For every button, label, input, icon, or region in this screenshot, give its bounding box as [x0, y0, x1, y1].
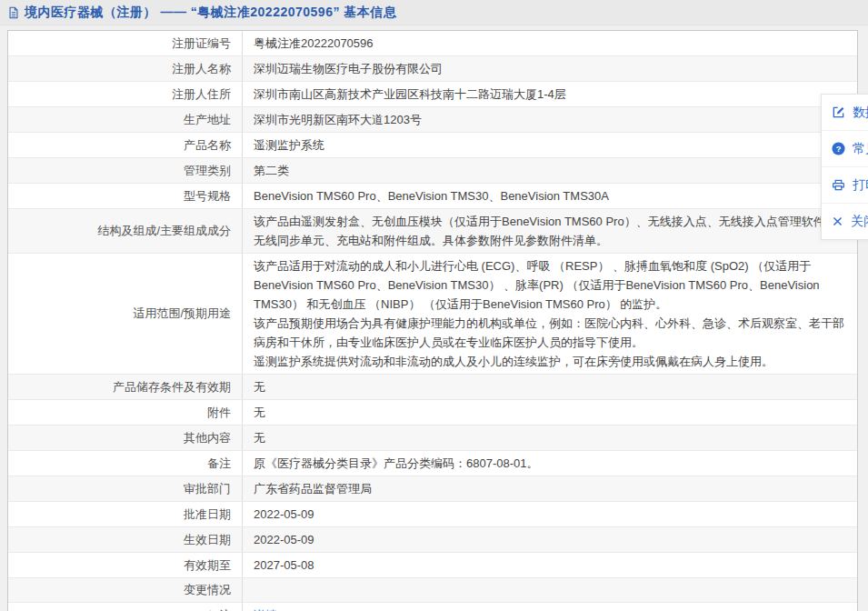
- row-value-text: 深圳市南山区高新技术产业园区科技南十二路迈瑞大厦1-4层: [254, 85, 566, 104]
- row-label-text: 审批部门: [184, 481, 231, 497]
- row-value: 深圳市南山区高新技术产业园区科技南十二路迈瑞大厦1-4层: [243, 82, 857, 106]
- row-label-text: 注册人住所: [172, 86, 231, 103]
- panel-item-label: 打印页面: [853, 177, 868, 194]
- row-label-text: 生产地址: [184, 112, 231, 128]
- row-value: 2022-05-09: [243, 527, 857, 552]
- row-label-text: 变更情况: [184, 582, 231, 598]
- row-label-text: 型号规格: [184, 188, 231, 205]
- row-value: 详情: [243, 603, 857, 611]
- row-value-text: 遥测监护系统: [254, 135, 324, 155]
- row-value: 2022-05-09: [243, 502, 857, 526]
- row-value-text: 第二类: [254, 161, 289, 180]
- row-label: 注册证编号: [8, 31, 243, 55]
- row-label-text: 注: [219, 607, 231, 611]
- panel-item-question[interactable]: ?常见问题: [822, 131, 868, 167]
- table-row: 生效日期2022-05-09: [8, 527, 857, 553]
- table-row: 其他内容无: [8, 426, 857, 451]
- row-label: 有效期至: [8, 553, 243, 577]
- row-label: 结构及组成/主要组成成分: [8, 209, 243, 253]
- table-row: 注册人住所深圳市南山区高新技术产业园区科技南十二路迈瑞大厦1-4层: [8, 82, 857, 107]
- row-label: 变更情况: [8, 578, 243, 602]
- row-value-text: 无: [254, 377, 265, 396]
- row-label-text: 附件: [207, 405, 231, 421]
- row-label: 生产地址: [8, 107, 243, 132]
- table-row: 注册人名称深圳迈瑞生物医疗电子股份有限公司: [8, 56, 857, 82]
- row-value-text: 2022-05-09: [254, 505, 314, 524]
- panel-item-label: 关闭页面: [851, 214, 868, 230]
- row-value: 无: [243, 375, 857, 399]
- panel-item-label: 数据纠错: [853, 105, 868, 121]
- table-row: 备注原《医疗器械分类目录》产品分类编码：6807-08-01。: [8, 451, 857, 476]
- row-label-text: 其他内容: [184, 430, 231, 446]
- row-value-text: 2022-05-09: [254, 530, 314, 549]
- row-value-text: 2027-05-08: [254, 556, 314, 575]
- row-label: 生效日期: [8, 527, 243, 552]
- row-value: 无: [243, 426, 857, 450]
- row-label-text: 适用范围/预期用途: [133, 306, 231, 322]
- row-label: 产品名称: [8, 133, 243, 157]
- panel-item-close[interactable]: 关闭页面: [822, 204, 868, 239]
- detail-link[interactable]: 详情: [254, 607, 277, 611]
- row-value: 第二类: [243, 158, 857, 183]
- svg-text:?: ?: [836, 145, 842, 154]
- row-label: 备注: [8, 451, 243, 476]
- table-row: 型号规格BeneVision TMS60 Pro、BeneVision TMS3…: [8, 184, 857, 209]
- row-label-text: 注册证编号: [172, 35, 231, 52]
- row-label-text: 管理类别: [184, 163, 231, 179]
- row-value: [243, 578, 857, 602]
- row-value: BeneVision TMS60 Pro、BeneVision TMS30、Be…: [243, 184, 857, 208]
- row-label: 产品储存条件及有效期: [8, 375, 243, 399]
- row-value: 2027-05-08: [243, 553, 857, 577]
- table-row: 附件无: [8, 400, 857, 426]
- panel-item-edit[interactable]: 数据纠错: [822, 95, 868, 131]
- row-label-text: 产品储存条件及有效期: [113, 379, 231, 396]
- row-label-text: 结构及组成/主要组成成分: [97, 223, 231, 239]
- row-value-text: 无: [254, 428, 265, 447]
- row-value-text: 该产品适用于对流动的成人和小儿进行心电 (ECG)、呼吸 （RESP） 、脉搏血…: [254, 256, 848, 371]
- table-row: 管理类别第二类: [8, 158, 857, 184]
- table-row: 产品名称遥测监护系统: [8, 133, 857, 158]
- row-value-text: 广东省药品监督管理局: [254, 479, 372, 498]
- row-value-text: 原《医疗器械分类目录》产品分类编码：6807-08-01。: [254, 454, 539, 473]
- table-row: 注册证编号粤械注准20222070596: [8, 31, 857, 56]
- row-value: 广东省药品监督管理局: [243, 476, 857, 501]
- document-icon: [7, 5, 20, 20]
- row-label: 附件: [8, 400, 243, 425]
- row-label: 型号规格: [8, 184, 243, 208]
- table-row: 产品储存条件及有效期无: [8, 375, 857, 400]
- table-row: 有效期至2027-05-08: [8, 553, 857, 578]
- row-label-text: 有效期至: [184, 557, 231, 574]
- question-icon: ?: [832, 142, 845, 155]
- row-value-text: BeneVision TMS60 Pro、BeneVision TMS30、Be…: [254, 186, 609, 205]
- row-label: 适用范围/预期用途: [8, 254, 243, 374]
- row-label: 管理类别: [8, 158, 243, 183]
- row-value: 深圳迈瑞生物医疗电子股份有限公司: [243, 56, 857, 81]
- page-header: 境内医疗器械（注册） —— “粤械注准20222070596” 基本信息: [0, 0, 868, 25]
- registration-info-table: 注册证编号粤械注准20222070596注册人名称深圳迈瑞生物医疗电子股份有限公…: [7, 30, 858, 611]
- row-value: 该产品适用于对流动的成人和小儿进行心电 (ECG)、呼吸 （RESP） 、脉搏血…: [243, 254, 857, 374]
- row-value: 粤械注准20222070596: [243, 31, 857, 55]
- row-value-text: 深圳市光明新区南环大道1203号: [254, 110, 422, 129]
- table-row: 注详情: [8, 603, 857, 611]
- row-value-text: 深圳迈瑞生物医疗电子股份有限公司: [254, 59, 443, 78]
- row-label-text: 批准日期: [184, 506, 231, 523]
- floating-action-panel: 数据纠错?常见问题打印页面关闭页面: [821, 94, 868, 240]
- row-label: 注: [8, 603, 243, 611]
- row-value-text: 粤械注准20222070596: [254, 34, 374, 53]
- row-value-text: 无: [254, 403, 265, 422]
- row-value: 遥测监护系统: [243, 133, 857, 157]
- row-label: 批准日期: [8, 502, 243, 526]
- edit-icon: [832, 105, 845, 119]
- close-icon: [832, 215, 843, 227]
- row-value-text: 该产品由遥测发射盒、无创血压模块（仅适用于BeneVision TMS60 Pr…: [254, 212, 848, 250]
- row-label-text: 注册人名称: [172, 61, 231, 77]
- panel-item-print[interactable]: 打印页面: [822, 167, 868, 204]
- row-label: 注册人住所: [8, 82, 243, 106]
- print-icon: [832, 178, 845, 192]
- table-row: 批准日期2022-05-09: [8, 502, 857, 527]
- panel-item-label: 常见问题: [853, 141, 868, 157]
- row-label-text: 生效日期: [184, 532, 231, 548]
- row-value: 无: [243, 400, 857, 425]
- row-label-text: 备注: [207, 456, 231, 472]
- row-label: 审批部门: [8, 476, 243, 501]
